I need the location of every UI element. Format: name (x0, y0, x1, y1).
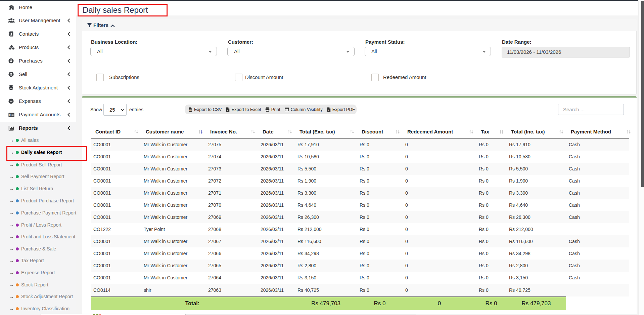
svg-text:CSV: CSV (189, 110, 192, 111)
svg-text:$: $ (10, 114, 11, 116)
svg-text:x: x (227, 109, 228, 111)
svg-text:P: P (328, 109, 329, 111)
